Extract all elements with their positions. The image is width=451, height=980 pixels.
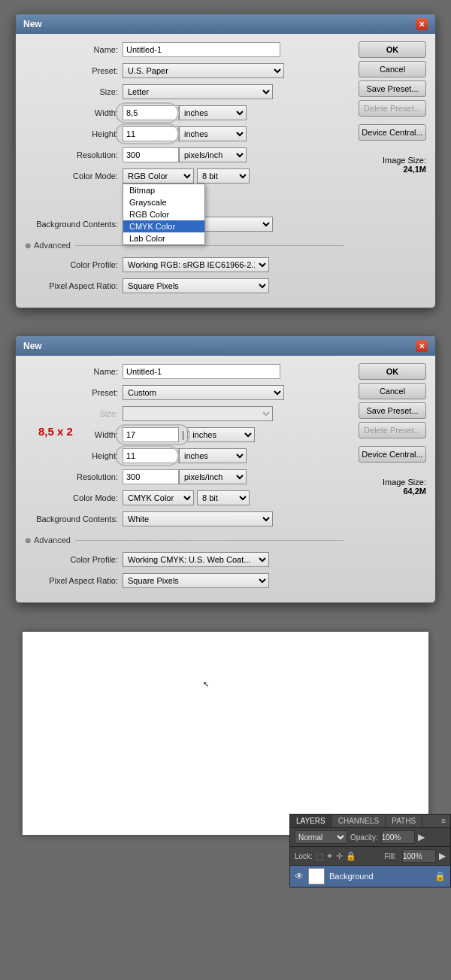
imagesize-label: Image Size: [383, 156, 426, 165]
d2-save-preset-button[interactable]: Save Preset... [359, 402, 426, 419]
layers-tab-menu-icon[interactable]: ≡ [437, 815, 450, 827]
d2-colorprofile-select[interactable]: Working CMYK: U.S. Web Coat... [123, 552, 269, 567]
layer-visibility-icon[interactable]: 👁 [295, 871, 304, 881]
d2-resolution-unit-select[interactable]: pixels/inch [179, 469, 247, 484]
fill-label: Fill: [384, 852, 396, 860]
opacity-input[interactable] [381, 830, 415, 844]
imagesize-value: 24,1M [383, 165, 426, 174]
layers-toolbar: Normal Opacity: ▶ [290, 828, 450, 847]
dropdown-item-lab[interactable]: Lab Color [123, 232, 204, 244]
background-layer-row[interactable]: 👁 Background 🔒 [290, 866, 450, 887]
dialog2-title: New [23, 341, 42, 351]
d2-preset-select[interactable]: Custom [123, 385, 284, 400]
colorprofile-label: Color Profile: [25, 260, 123, 269]
d2-device-central-button[interactable]: Device Central... [359, 446, 426, 463]
d2-colormode-select[interactable]: CMYK Color [123, 490, 194, 505]
resolution-input[interactable] [123, 147, 179, 162]
d2-colormode-label: Color Mode: [25, 493, 123, 502]
lock-pixels-icon[interactable]: ⬚ [316, 851, 323, 861]
dialog1-close-button[interactable]: ✕ [416, 18, 428, 30]
lock-label: Lock: [295, 852, 313, 860]
name-label: Name: [25, 45, 123, 54]
delete-preset-button[interactable]: Delete Preset... [359, 100, 426, 117]
d2-advanced-label: Advanced [34, 536, 71, 545]
d2-imagesize-label: Image Size: [383, 478, 426, 487]
blend-mode-select[interactable]: Normal [295, 830, 347, 844]
advanced-label: Advanced [34, 241, 71, 250]
pixelaspect-row: Pixel Aspect Ratio: Square Pixels [25, 278, 344, 294]
tab-paths[interactable]: PATHS [386, 815, 422, 827]
d2-advanced-toggle[interactable]: ⊛ Advanced [25, 536, 71, 545]
tab-layers[interactable]: LAYERS [290, 815, 332, 827]
lock-icons: ⬚ ✦ ✛ 🔒 [316, 851, 356, 861]
preset-label: Preset: [25, 66, 123, 75]
d2-width-input[interactable] [123, 427, 179, 442]
opacity-label: Opacity: [350, 833, 378, 842]
save-preset-button[interactable]: Save Preset... [359, 80, 426, 97]
width-input[interactable] [123, 105, 179, 120]
cancel-button[interactable]: Cancel [359, 61, 426, 77]
width-unit-select[interactable]: inches [179, 105, 247, 120]
layers-panel: LAYERS CHANNELS PATHS ≡ Normal Opacity: … [289, 814, 451, 887]
d2-bits-select[interactable]: 8 bit [197, 490, 250, 505]
device-central-button[interactable]: Device Central... [359, 124, 426, 141]
d2-colorprofile-label: Color Profile: [25, 555, 123, 564]
bits-select[interactable]: 8 bit [197, 168, 250, 184]
d2-pixelaspect-select[interactable]: Square Pixels [123, 573, 269, 588]
tab-channels[interactable]: CHANNELS [332, 815, 386, 827]
dialog1: New ✕ Name: Preset: U.S. Paper [15, 14, 436, 308]
fill-input[interactable] [402, 849, 436, 863]
d2-preset-label: Preset: [25, 388, 123, 397]
d2-size-row: Size: [25, 405, 344, 422]
opacity-arrow-icon[interactable]: ▶ [418, 832, 425, 842]
d2-width-unit-select[interactable]: inches [187, 427, 255, 442]
dropdown-item-grayscale[interactable]: Grayscale [123, 196, 204, 208]
lock-move-icon[interactable]: ✦ [326, 851, 333, 861]
d2-ok-button[interactable]: OK [359, 363, 426, 380]
d2-colorprofile-row: Color Profile: Working CMYK: U.S. Web Co… [25, 551, 344, 568]
lock-row: Lock: ⬚ ✦ ✛ 🔒 Fill: ▶ [290, 847, 450, 866]
advanced-arrow-icon: ⊛ [25, 241, 31, 250]
canvas-document: ↖ [23, 632, 428, 835]
d2-delete-preset-button[interactable]: Delete Preset... [359, 422, 426, 438]
preset-select[interactable]: U.S. Paper [123, 63, 284, 78]
ok-button[interactable]: OK [359, 41, 426, 58]
preset-row: Preset: U.S. Paper [25, 62, 344, 79]
resolution-unit-select[interactable]: pixels/inch [179, 147, 247, 162]
d2-bg-label: Background Contents: [25, 514, 123, 523]
dialog2-titlebar: New ✕ [16, 336, 435, 356]
d2-size-select[interactable] [123, 406, 273, 421]
d2-bg-select[interactable]: White [123, 511, 273, 526]
dialog2-right: OK Cancel Save Preset... Delete Preset..… [351, 363, 426, 593]
pixelaspect-select[interactable]: Square Pixels [123, 278, 269, 293]
name-input[interactable] [123, 42, 280, 57]
colormode-select[interactable]: RGB Color [123, 168, 194, 184]
dialog1-titlebar: New ✕ [16, 14, 435, 34]
size-label: Size: [25, 87, 123, 96]
d2-height-label: Height: [25, 451, 123, 460]
d2-imagesize-value: 64,2M [383, 487, 426, 496]
lock-position-icon[interactable]: ✛ [336, 851, 343, 861]
d2-cancel-button[interactable]: Cancel [359, 383, 426, 399]
resolution-label: Resolution: [25, 150, 123, 159]
d2-pixelaspect-row: Pixel Aspect Ratio: Square Pixels [25, 572, 344, 589]
cursor-pointer: ↖ [203, 677, 209, 689]
pixelaspect-label: Pixel Aspect Ratio: [25, 281, 123, 290]
height-unit-select[interactable]: inches [179, 126, 247, 141]
dialog2-close-button[interactable]: ✕ [416, 340, 428, 352]
colormode-row: Color Mode: RGB Color Bitmap Grayscale R… [25, 168, 344, 184]
advanced-toggle[interactable]: ⊛ Advanced [25, 241, 71, 250]
d2-resolution-input[interactable] [123, 469, 179, 484]
dropdown-item-rgb[interactable]: RGB Color [123, 208, 204, 220]
dropdown-item-bitmap[interactable]: Bitmap [123, 184, 204, 196]
d2-name-input[interactable] [123, 364, 280, 379]
lock-all-icon[interactable]: 🔒 [346, 851, 356, 861]
height-input[interactable] [123, 126, 179, 141]
cursor-in-input: | [182, 429, 184, 440]
colorprofile-select[interactable]: Working RGB: sRGB IEC61966-2.1 [123, 257, 269, 272]
d2-height-input[interactable] [123, 448, 179, 463]
d2-height-unit-select[interactable]: inches [179, 448, 247, 463]
fill-arrow-icon[interactable]: ▶ [439, 851, 446, 861]
dropdown-item-cmyk[interactable]: CMYK Color [123, 220, 204, 232]
size-select[interactable]: Letter [123, 84, 273, 99]
